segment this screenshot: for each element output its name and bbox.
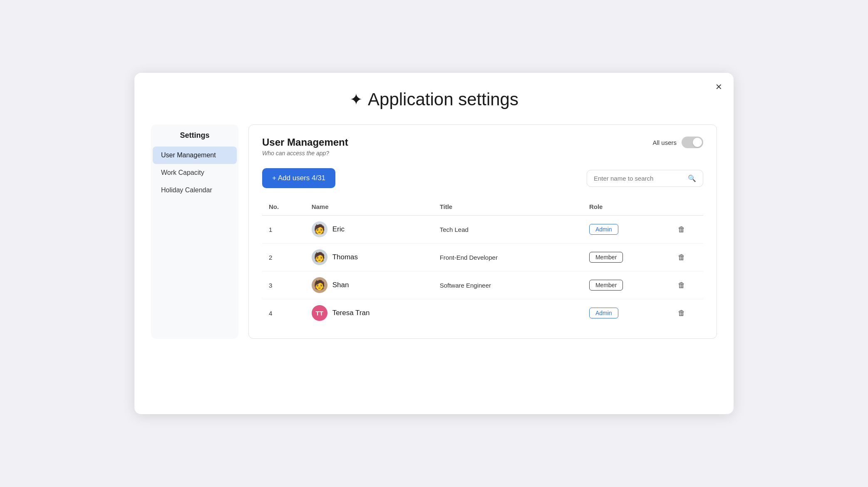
user-name: Shan	[332, 281, 349, 289]
role-badge[interactable]: Member	[589, 280, 623, 291]
sidebar: Settings User Management Work Capacity H…	[151, 124, 238, 339]
header-right: All users	[652, 137, 703, 148]
cell-name: 🧑 Shan	[305, 271, 433, 299]
table-row: 4 TT Teresa Tran Admin 🗑	[262, 299, 703, 327]
panel-subtitle: Who can access the app?	[262, 150, 348, 157]
col-header-role: Role	[583, 198, 668, 216]
panel-title: User Management	[262, 137, 348, 148]
cell-title: Front-End Developer	[433, 244, 583, 271]
user-name: Thomas	[332, 253, 358, 261]
cell-title	[433, 299, 583, 327]
sidebar-item-holiday-calendar[interactable]: Holiday Calendar	[153, 181, 237, 199]
user-name: Teresa Tran	[332, 309, 370, 317]
cell-no: 1	[262, 216, 305, 244]
delete-button[interactable]: 🗑	[675, 251, 689, 263]
delete-button[interactable]: 🗑	[675, 307, 689, 319]
cell-action: 🗑	[668, 299, 703, 327]
add-users-button[interactable]: + Add users 4/31	[262, 168, 335, 188]
modal-title: ✦ Application settings	[151, 89, 717, 109]
cell-name: TT Teresa Tran	[305, 299, 433, 327]
content-area: Settings User Management Work Capacity H…	[151, 124, 717, 339]
cell-role: Member	[583, 271, 668, 299]
table-header-row: No. Name Title Role	[262, 198, 703, 216]
cell-title: Tech Lead	[433, 216, 583, 244]
cell-name: 🧑 Thomas	[305, 244, 433, 271]
main-panel: User Management Who can access the app? …	[248, 124, 717, 339]
sidebar-title: Settings	[151, 131, 238, 140]
cell-name: 🧑 Eric	[305, 216, 433, 244]
cell-action: 🗑	[668, 216, 703, 244]
table-row: 3 🧑 Shan Software Engineer Member 🗑	[262, 271, 703, 299]
application-settings-modal: × ✦ Application settings Settings User M…	[134, 73, 734, 414]
table-row: 2 🧑 Thomas Front-End Developer Member 🗑	[262, 244, 703, 271]
avatar: TT	[312, 305, 327, 321]
toolbar: + Add users 4/31 🔍	[262, 168, 703, 188]
cell-no: 3	[262, 271, 305, 299]
col-header-action	[668, 198, 703, 216]
cell-title: Software Engineer	[433, 271, 583, 299]
role-badge[interactable]: Admin	[589, 308, 618, 318]
avatar: 🧑	[312, 221, 327, 237]
cell-action: 🗑	[668, 271, 703, 299]
close-button[interactable]: ×	[716, 81, 722, 92]
all-users-label: All users	[652, 139, 677, 146]
user-name: Eric	[332, 225, 345, 234]
sidebar-item-work-capacity[interactable]: Work Capacity	[153, 164, 237, 181]
sparkle-icon: ✦	[350, 90, 363, 109]
col-header-name: Name	[305, 198, 433, 216]
sidebar-item-user-management[interactable]: User Management	[153, 147, 237, 164]
col-header-title: Title	[433, 198, 583, 216]
users-table: No. Name Title Role 1 🧑 Eric Tech Lead A…	[262, 198, 703, 327]
cell-action: 🗑	[668, 244, 703, 271]
avatar: 🧑	[312, 277, 327, 293]
cell-role: Member	[583, 244, 668, 271]
avatar: 🧑	[312, 249, 327, 265]
cell-role: Admin	[583, 299, 668, 327]
search-box: 🔍	[587, 170, 703, 187]
table-row: 1 🧑 Eric Tech Lead Admin 🗑	[262, 216, 703, 244]
all-users-toggle[interactable]	[682, 137, 703, 148]
search-input[interactable]	[594, 175, 684, 182]
col-header-no: No.	[262, 198, 305, 216]
cell-role: Admin	[583, 216, 668, 244]
panel-header: User Management Who can access the app? …	[262, 137, 703, 157]
delete-button[interactable]: 🗑	[675, 279, 689, 291]
panel-header-left: User Management Who can access the app?	[262, 137, 348, 157]
cell-no: 2	[262, 244, 305, 271]
delete-button[interactable]: 🗑	[675, 224, 689, 236]
search-icon: 🔍	[688, 174, 696, 182]
role-badge[interactable]: Member	[589, 252, 623, 263]
role-badge[interactable]: Admin	[589, 224, 618, 235]
cell-no: 4	[262, 299, 305, 327]
